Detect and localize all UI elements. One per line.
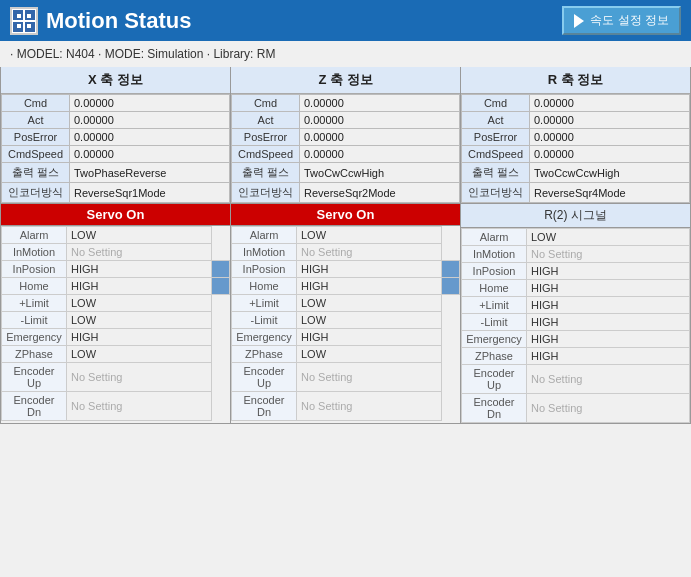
signal-row: -LimitLOW — [2, 312, 230, 329]
row-label: 인코더방식 — [462, 183, 530, 203]
header: Motion Status 속도 설정 정보 — [0, 0, 691, 41]
signal-value: No Setting — [67, 244, 212, 261]
signal-row: HomeHIGH — [462, 280, 690, 297]
signal-label: +Limit — [462, 297, 527, 314]
signal-row: InPosionHIGH — [232, 261, 460, 278]
signal-row: ZPhaseLOW — [232, 346, 460, 363]
signal-row: AlarmLOW — [462, 229, 690, 246]
row-value: 0.00000 — [300, 95, 460, 112]
signal-value: No Setting — [527, 246, 690, 263]
signal-label: InMotion — [232, 244, 297, 261]
signal-row: InPosionHIGH — [462, 263, 690, 280]
row-value: 0.00000 — [530, 112, 690, 129]
signal-label: Encoder Up — [462, 365, 527, 394]
row-value: TwoCcwCcwHigh — [530, 163, 690, 183]
signal-value: No Setting — [297, 244, 442, 261]
table-row: Act0.00000 — [2, 112, 230, 129]
row-value: 0.00000 — [530, 95, 690, 112]
signal-row: +LimitHIGH — [462, 297, 690, 314]
speed-settings-button[interactable]: 속도 설정 정보 — [562, 6, 681, 35]
svg-rect-5 — [27, 14, 31, 18]
signal-label: Encoder Dn — [232, 392, 297, 421]
row-label: CmdSpeed — [232, 146, 300, 163]
signal-row: InMotionNo Setting — [232, 244, 460, 261]
signal-label: InMotion — [462, 246, 527, 263]
signal-row: -LimitLOW — [232, 312, 460, 329]
signal-label: Alarm — [462, 229, 527, 246]
signal-row: ZPhaseLOW — [2, 346, 230, 363]
row-value: 0.00000 — [530, 146, 690, 163]
signal-row: Encoder UpNo Setting — [232, 363, 460, 392]
signal-label: -Limit — [232, 312, 297, 329]
row-value: 0.00000 — [300, 146, 460, 163]
signal-row: ZPhaseHIGH — [462, 348, 690, 365]
signal-value: LOW — [67, 227, 212, 244]
svg-rect-6 — [17, 24, 21, 28]
row-value: TwoCwCcwHigh — [300, 163, 460, 183]
signal-value: HIGH — [527, 263, 690, 280]
signal-value: LOW — [297, 295, 442, 312]
signal-label: Encoder Dn — [462, 394, 527, 423]
signal-label: Alarm — [232, 227, 297, 244]
table-row: 출력 펄스TwoPhaseReverse — [2, 163, 230, 183]
signal-value: LOW — [297, 227, 442, 244]
table-row: Act0.00000 — [232, 112, 460, 129]
table-row: Cmd0.00000 — [462, 95, 690, 112]
signal-value: HIGH — [527, 280, 690, 297]
signal-row: Encoder DnNo Setting — [2, 392, 230, 421]
signal-label: ZPhase — [2, 346, 67, 363]
row-label: Cmd — [462, 95, 530, 112]
servo-on-1: Servo On — [231, 203, 460, 226]
signal-row: EmergencyHIGH — [2, 329, 230, 346]
signal-label: Emergency — [462, 331, 527, 348]
signal-row: Encoder UpNo Setting — [462, 365, 690, 394]
signal-indicator — [442, 278, 460, 295]
row-value: 0.00000 — [70, 112, 230, 129]
table-row: Act0.00000 — [462, 112, 690, 129]
signal-value: No Setting — [297, 392, 442, 421]
table-row: Cmd0.00000 — [2, 95, 230, 112]
play-icon — [574, 14, 584, 28]
row-value: ReverseSqr4Mode — [530, 183, 690, 203]
row-label: Cmd — [232, 95, 300, 112]
row-label: 인코더방식 — [232, 183, 300, 203]
row-label: CmdSpeed — [462, 146, 530, 163]
signal-row: Encoder DnNo Setting — [232, 392, 460, 421]
signal-label: InPosion — [2, 261, 67, 278]
signal-row: HomeHIGH — [2, 278, 230, 295]
svg-rect-4 — [17, 14, 21, 18]
row-label: Act — [462, 112, 530, 129]
signal-label: Emergency — [2, 329, 67, 346]
signal-label: Emergency — [232, 329, 297, 346]
table-row: CmdSpeed0.00000 — [2, 146, 230, 163]
signal-label: Encoder Dn — [2, 392, 67, 421]
table-row: PosError0.00000 — [232, 129, 460, 146]
column-header-1: Z 축 정보 — [231, 67, 460, 94]
table-row: CmdSpeed0.00000 — [232, 146, 460, 163]
row-label: CmdSpeed — [2, 146, 70, 163]
table-row: CmdSpeed0.00000 — [462, 146, 690, 163]
row-label: PosError — [462, 129, 530, 146]
signal-row: HomeHIGH — [232, 278, 460, 295]
signal-row: -LimitHIGH — [462, 314, 690, 331]
app-icon — [10, 7, 38, 35]
signal-value: No Setting — [527, 394, 690, 423]
signal-indicator — [212, 278, 230, 295]
signal-row: +LimitLOW — [2, 295, 230, 312]
svg-rect-7 — [27, 24, 31, 28]
signal-value: HIGH — [67, 329, 212, 346]
column-header-0: X 축 정보 — [1, 67, 230, 94]
signal-row: EmergencyHIGH — [462, 331, 690, 348]
signal-value: No Setting — [67, 363, 212, 392]
row-label: PosError — [232, 129, 300, 146]
signal-value: LOW — [67, 346, 212, 363]
table-row: 출력 펄스TwoCwCcwHigh — [232, 163, 460, 183]
signal-label: -Limit — [462, 314, 527, 331]
row-value: 0.00000 — [530, 129, 690, 146]
header-left: Motion Status — [10, 7, 191, 35]
signal-label: +Limit — [2, 295, 67, 312]
signal-label: ZPhase — [232, 346, 297, 363]
signal-value: LOW — [297, 346, 442, 363]
row-label: Act — [2, 112, 70, 129]
signal-value: No Setting — [67, 392, 212, 421]
